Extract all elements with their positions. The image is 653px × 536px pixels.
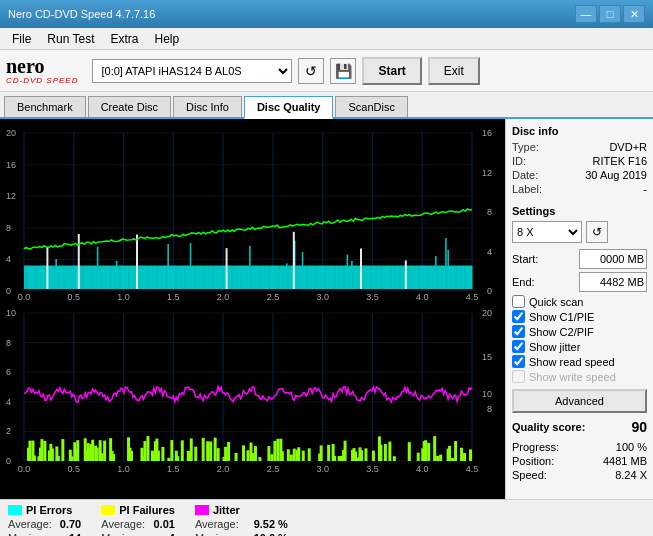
refresh-icon-button[interactable]: ↺ [298,58,324,84]
end-input[interactable] [579,272,647,292]
pi-errors-group: PI Errors Average: 0.70 Maximum: 14 Tota… [8,504,81,536]
disc-label-label: Label: [512,183,542,195]
quality-score-row: Quality score: 90 [512,419,647,435]
jitter-group: Jitter Average: 9.52 % Maximum: 10.6 % P… [195,504,288,536]
speed-row: Speed: 8.24 X [512,469,647,481]
progress-section: Progress: 100 % Position: 4481 MB Speed:… [512,441,647,481]
pi-errors-header: PI Errors [8,504,81,516]
pi-failures-title: PI Failures [119,504,175,516]
quick-scan-row: Quick scan [512,295,647,308]
title-bar: Nero CD-DVD Speed 4.7.7.16 — □ ✕ [0,0,653,28]
show-write-speed-label: Show write speed [529,371,616,383]
pi-errors-avg: Average: 0.70 [8,518,81,530]
title-bar-controls: — □ ✕ [575,5,645,23]
jitter-color [195,505,209,515]
speed-refresh-button[interactable]: ↺ [586,221,608,243]
pi-errors-max-value: 14 [69,532,81,536]
pi-failures-avg-value: 0.01 [153,518,174,530]
start-button[interactable]: Start [362,57,421,85]
quick-scan-label: Quick scan [529,296,583,308]
jitter-max-value: 10.6 % [254,532,288,536]
pi-failures-max-value: 4 [169,532,175,536]
charts-area [0,119,505,499]
show-jitter-checkbox[interactable] [512,340,525,353]
pi-errors-color [8,505,22,515]
disc-type-row: Type: DVD+R [512,141,647,153]
end-label: End: [512,276,548,288]
close-button[interactable]: ✕ [623,5,645,23]
minimize-button[interactable]: — [575,5,597,23]
bottom-stats: PI Errors Average: 0.70 Maximum: 14 Tota… [0,499,653,536]
disc-type-label: Type: [512,141,539,153]
tab-scan-disc[interactable]: ScanDisc [335,96,407,117]
start-label: Start: [512,253,548,265]
pi-failures-color [101,505,115,515]
speed-value: 8.24 X [615,469,647,481]
toolbar: nero CD-DVD SPEED [0:0] ATAPI iHAS124 B … [0,50,653,92]
progress-label: Progress: [512,441,559,453]
menu-help[interactable]: Help [147,30,188,48]
show-read-speed-label: Show read speed [529,356,615,368]
menu-bar: File Run Test Extra Help [0,28,653,50]
speed-select-row: 8 X 4 X 12 X 16 X ↺ [512,221,647,243]
disc-id-row: ID: RITEK F16 [512,155,647,167]
disc-type-value: DVD+R [609,141,647,153]
tab-disc-quality[interactable]: Disc Quality [244,96,334,119]
disc-id-label: ID: [512,155,526,167]
advanced-button[interactable]: Advanced [512,389,647,413]
end-input-row: End: [512,272,647,292]
show-read-speed-row: Show read speed [512,355,647,368]
show-c2pif-label: Show C2/PIF [529,326,594,338]
quality-score-value: 90 [631,419,647,435]
menu-run-test[interactable]: Run Test [39,30,102,48]
show-c1pie-checkbox[interactable] [512,310,525,323]
disc-label-value: - [643,183,647,195]
disc-label-row: Label: - [512,183,647,195]
nero-logo-text: nero [6,56,45,76]
speed-select[interactable]: 8 X 4 X 12 X 16 X [512,221,582,243]
position-label: Position: [512,455,554,467]
show-jitter-row: Show jitter [512,340,647,353]
lower-chart [4,303,494,473]
right-panel: Disc info Type: DVD+R ID: RITEK F16 Date… [505,119,653,499]
pi-failures-max: Maximum: 4 [101,532,175,536]
drive-select[interactable]: [0:0] ATAPI iHAS124 B AL0S [92,59,292,83]
position-value: 4481 MB [603,455,647,467]
show-write-speed-row: Show write speed [512,370,647,383]
position-row: Position: 4481 MB [512,455,647,467]
show-c1pie-label: Show C1/PIE [529,311,594,323]
tab-disc-info[interactable]: Disc Info [173,96,242,117]
pi-errors-max: Maximum: 14 [8,532,81,536]
quality-score-label: Quality score: [512,421,585,433]
maximize-button[interactable]: □ [599,5,621,23]
quick-scan-checkbox[interactable] [512,295,525,308]
start-input[interactable] [579,249,647,269]
disc-date-row: Date: 30 Aug 2019 [512,169,647,181]
jitter-title: Jitter [213,504,240,516]
pi-errors-title: PI Errors [26,504,72,516]
jitter-max: Maximum: 10.6 % [195,532,288,536]
disc-info-title: Disc info [512,125,647,137]
nero-logo: nero CD-DVD SPEED [6,56,78,85]
save-icon-button[interactable]: 💾 [330,58,356,84]
show-write-speed-checkbox [512,370,525,383]
show-c2pif-checkbox[interactable] [512,325,525,338]
jitter-avg-value: 9.52 % [254,518,288,530]
nero-logo-subtitle: CD-DVD SPEED [6,76,78,85]
menu-file[interactable]: File [4,30,39,48]
tabs: Benchmark Create Disc Disc Info Disc Qua… [0,92,653,119]
progress-value: 100 % [616,441,647,453]
tab-create-disc[interactable]: Create Disc [88,96,171,117]
disc-date-label: Date: [512,169,538,181]
tab-benchmark[interactable]: Benchmark [4,96,86,117]
disc-date-value: 30 Aug 2019 [585,169,647,181]
main-content: Disc info Type: DVD+R ID: RITEK F16 Date… [0,119,653,499]
show-c1pie-row: Show C1/PIE [512,310,647,323]
show-read-speed-checkbox[interactable] [512,355,525,368]
exit-button[interactable]: Exit [428,57,480,85]
progress-row: Progress: 100 % [512,441,647,453]
menu-extra[interactable]: Extra [102,30,146,48]
show-c2pif-row: Show C2/PIF [512,325,647,338]
jitter-header: Jitter [195,504,288,516]
pi-failures-avg: Average: 0.01 [101,518,175,530]
